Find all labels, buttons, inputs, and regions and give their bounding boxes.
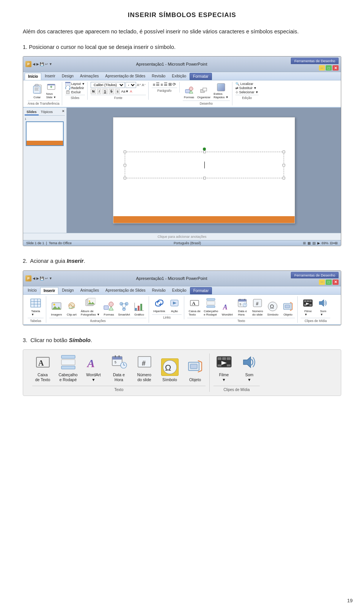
maximize-button-2[interactable]: □	[326, 280, 332, 285]
select-button[interactable]: ⊹ Selecionar ▼	[235, 90, 259, 94]
redefine-button[interactable]: Redefinir	[65, 86, 84, 90]
view-slideshow-icon[interactable]: ▶	[317, 241, 320, 245]
album-button[interactable]: Álbum deFotografias ▼	[80, 296, 101, 317]
paste-button[interactable]: Colar	[30, 82, 44, 100]
new-slide-button[interactable]: NovoSlide ▼	[45, 82, 57, 100]
resize-tm[interactable]	[203, 151, 206, 153]
bottom-wordart-item[interactable]: A WordArt▼	[83, 353, 104, 383]
tab-animacoes[interactable]: Animações	[77, 73, 102, 80]
align-left-icon[interactable]: ≡	[153, 82, 155, 87]
tab-design-2[interactable]: Design	[59, 287, 77, 294]
table-button[interactable]: Tabela▼	[28, 296, 43, 317]
tab-exibicao-2[interactable]: Exibição	[169, 287, 190, 294]
tab-exibicao[interactable]: Exibição	[169, 73, 189, 80]
font-grow-icon[interactable]: A⁺	[137, 83, 141, 87]
tab-inserir-2[interactable]: Inserir	[40, 287, 59, 294]
image-button[interactable]: Imagem	[49, 300, 64, 317]
maximize-button[interactable]: □	[326, 65, 332, 71]
slide-thumbnail-1[interactable]	[26, 121, 64, 146]
bottom-movie-item[interactable]: Filme▼	[213, 353, 234, 383]
minimize-button-2[interactable]: ─	[319, 280, 325, 285]
text-box-selected[interactable]	[125, 152, 284, 178]
tab-apresentacao-slides[interactable]: Apresentação de Slides	[102, 73, 149, 80]
bottom-object-item[interactable]: Objeto	[185, 358, 206, 383]
bottom-headerfooter-item[interactable]: Cabeçalhoe Rodapé	[58, 353, 78, 383]
font-color-icon[interactable]: A	[130, 90, 132, 93]
slidenumber-button[interactable]: # Númerodo slide	[250, 296, 265, 317]
tab-apresentacao-2[interactable]: Apresentação de Slides	[102, 287, 149, 294]
align-center-icon[interactable]: ☰	[156, 82, 160, 87]
movie-button[interactable]: Filme▼	[301, 296, 315, 317]
zoom-slider-icon[interactable]: ⊟━⊞	[330, 241, 338, 245]
bottom-sound-item[interactable]: Som▼	[239, 353, 260, 383]
clipart-button[interactable]: Clip-art	[64, 300, 79, 317]
underline-button[interactable]: S	[102, 89, 108, 94]
find-button[interactable]: 🔍 Localizar	[235, 82, 253, 86]
replace-button[interactable]: ⇄ Substituir ▼	[235, 86, 257, 90]
smartart-button[interactable]: SmartArt	[117, 300, 131, 317]
bottom-symbol-item[interactable]: Ω Símbolo	[159, 358, 180, 383]
bottom-datetime-item[interactable]: 5 Data eHora	[108, 353, 129, 383]
tab-inserir[interactable]: Inserir	[42, 73, 58, 80]
tab-revisao[interactable]: Revisão	[149, 73, 168, 80]
resize-bm[interactable]	[203, 177, 206, 179]
organize-button[interactable]: Organizar	[196, 85, 212, 100]
minimize-button[interactable]: ─	[319, 65, 325, 71]
bottom-slidenumber-item[interactable]: # Númerodo slide	[134, 353, 155, 383]
header-footer-button[interactable]: Cabeçalhoe Rodapé	[202, 296, 219, 317]
resize-tl[interactable]	[124, 151, 126, 153]
delete-button[interactable]: Excluir	[65, 90, 81, 94]
symbol-button[interactable]: Ω Símbolo	[265, 300, 280, 317]
layout-button[interactable]: Layout ▼	[65, 82, 85, 86]
tab-formatar-2[interactable]: Formatar	[190, 287, 212, 294]
view-slide-icon[interactable]: ▦	[308, 241, 311, 245]
chart-button[interactable]: Gráfico	[132, 300, 146, 317]
text-direction-icon[interactable]: ⟳	[173, 82, 176, 87]
font-shrink-icon[interactable]: A⁻	[142, 83, 146, 87]
tab-design[interactable]: Design	[59, 73, 77, 80]
strikethrough-button[interactable]: S̶	[109, 89, 114, 94]
quick-styles-button[interactable]: EstilosRápidos ▼	[212, 82, 230, 100]
shapes-button[interactable]: Formas	[183, 85, 195, 100]
columns-icon[interactable]: ⊞	[168, 82, 172, 87]
tab-revisao-2[interactable]: Revisão	[149, 287, 169, 294]
hyperlink-button[interactable]: Hiperlink	[152, 296, 166, 314]
align-right-icon[interactable]: ≡	[160, 82, 163, 87]
action-button[interactable]: Ação	[167, 296, 182, 314]
bold-button[interactable]: N	[91, 89, 96, 94]
tab-inicio-2[interactable]: Início	[25, 287, 40, 294]
object-button[interactable]: Objeto	[281, 300, 295, 317]
rotation-handle[interactable]	[203, 148, 206, 151]
slides-tab[interactable]: Slides	[25, 109, 39, 115]
justify-icon[interactable]: ☰	[164, 82, 168, 87]
close-button[interactable]: ✕	[333, 65, 339, 71]
ppt-win-controls-1[interactable]: ─ □ ✕	[319, 65, 339, 71]
shapes-btn-2[interactable]: Formas	[102, 300, 116, 317]
topics-tab[interactable]: Tópicos	[39, 109, 55, 115]
close-button-2[interactable]: ✕	[333, 280, 339, 285]
bottom-textbox-item[interactable]: A Caixade Texto	[32, 353, 53, 383]
font-case-icon[interactable]: Aa▼	[121, 90, 129, 93]
resize-mr[interactable]	[282, 164, 285, 166]
slide-canvas-1[interactable]	[113, 117, 295, 223]
font-name-select[interactable]: Calibri (Títulos)	[91, 82, 125, 88]
resize-br[interactable]	[282, 177, 285, 179]
datetime-button[interactable]: 5 Data eHora	[235, 296, 249, 317]
resize-ml[interactable]	[124, 164, 126, 166]
wordart-button[interactable]: A WordArt	[220, 300, 234, 317]
tab-animacoes-2[interactable]: Animações	[77, 287, 102, 294]
view-reading-icon[interactable]: ▤	[312, 241, 316, 245]
font-size-select[interactable]: 44	[126, 82, 136, 88]
tab-formatar[interactable]: Formatar	[190, 73, 212, 80]
view-normal-icon[interactable]: ⊞	[303, 241, 306, 245]
resize-bl[interactable]	[124, 177, 126, 179]
tab-inicio[interactable]: Início	[25, 73, 41, 80]
textbox-button-2[interactable]: A Caixa deTexto	[187, 296, 202, 317]
ppt-win-controls-2[interactable]: ─ □ ✕	[319, 280, 339, 285]
ppt-notes-area-1[interactable]: Clique para adicionar anotações	[23, 233, 341, 240]
italic-button[interactable]: I	[97, 89, 101, 94]
resize-tr[interactable]	[282, 151, 285, 153]
sound-button[interactable]: Som▼	[316, 296, 330, 317]
close-panel-icon[interactable]: ✕	[62, 109, 65, 115]
shadow-button[interactable]: s	[115, 89, 120, 94]
